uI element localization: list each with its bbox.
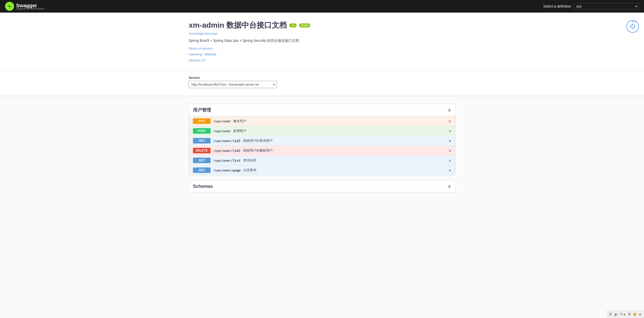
info-section: xm-admin 数据中台接口文档 1.0 OAS3 /xm/v3/api-do… bbox=[0, 13, 644, 71]
schemas-section: Schemas ∧ bbox=[189, 180, 455, 192]
user-management-section: 用户管理 ∧ PUT/sys/user修改用户∨POST/sys/user新增用… bbox=[189, 104, 455, 175]
version-badge: 1.0 bbox=[289, 23, 297, 27]
endpoint-chevron-icon-5: ∨ bbox=[449, 168, 451, 172]
servers-label: Servers bbox=[189, 76, 455, 80]
brand-subtitle: Supported by SMARTBEAR bbox=[16, 8, 44, 10]
schemas-chevron-icon: ∧ bbox=[448, 184, 451, 189]
endpoint-path-3: /sys/user/{id} bbox=[213, 149, 241, 153]
endpoint-path-5: /sys/user/page bbox=[213, 168, 241, 172]
definition-label: Select a definition bbox=[543, 4, 571, 8]
schemas-header[interactable]: Schemas ∧ bbox=[189, 181, 455, 192]
svg-point-1 bbox=[9, 6, 10, 7]
website-link[interactable]: xiaoming - Website bbox=[189, 51, 455, 57]
endpoint-chevron-icon-3: ∨ bbox=[449, 149, 451, 153]
method-badge-3: DELETE bbox=[193, 148, 211, 153]
settings-icon[interactable]: ⚙ bbox=[639, 313, 641, 316]
method-badge-4: GET bbox=[193, 158, 211, 163]
navbar: Swagger Supported by SMARTBEAR Select a … bbox=[0, 0, 644, 13]
emoji-icon[interactable]: 😊 bbox=[633, 313, 637, 316]
api-description: Spring Boot3 + Spring Data Jpa + Spring … bbox=[189, 39, 455, 43]
input-method-icon[interactable]: 中▲ bbox=[620, 312, 626, 316]
endpoint-path-0: /sys/user bbox=[213, 119, 231, 123]
endpoint-chevron-icon-4: ∨ bbox=[449, 158, 451, 162]
endpoint-row-3[interactable]: DELETE/sys/user/{id}根据用户ID删除用户∨ bbox=[189, 146, 455, 156]
endpoint-chevron-icon-0: ∨ bbox=[449, 119, 451, 123]
method-badge-1: POST bbox=[193, 128, 211, 134]
endpoint-path-4: /sys/user/list bbox=[213, 159, 241, 162]
api-sections: 用户管理 ∧ PUT/sys/user修改用户∨POST/sys/user新增用… bbox=[184, 104, 460, 202]
endpoint-desc-5: 分页查询 bbox=[243, 168, 446, 172]
endpoint-row-1[interactable]: POST/sys/user新增用户∨ bbox=[189, 126, 455, 136]
svg-line-5 bbox=[634, 21, 635, 23]
swagger-logo-icon bbox=[5, 2, 14, 11]
terms-of-service-link[interactable]: Terms of service bbox=[189, 46, 455, 51]
endpoint-desc-4: 查询全部 bbox=[243, 158, 446, 163]
sound-icon[interactable]: 🔊 bbox=[614, 313, 618, 316]
servers-select[interactable]: http://localhost:9527/xm - Generated ser… bbox=[189, 81, 277, 88]
user-section-chevron-icon: ∧ bbox=[448, 107, 451, 113]
user-section-title: 用户管理 bbox=[193, 107, 211, 113]
endpoint-row-0[interactable]: PUT/sys/user修改用户∨ bbox=[189, 116, 455, 126]
user-section-header[interactable]: 用户管理 ∧ bbox=[189, 104, 455, 116]
definition-selector: Select a definition sys bbox=[543, 3, 639, 10]
navbar-logo: Swagger Supported by SMARTBEAR bbox=[5, 2, 44, 11]
method-badge-0: PUT bbox=[193, 118, 211, 124]
method-badge-2: GET bbox=[193, 138, 211, 144]
oas-badge: OAS3 bbox=[299, 23, 310, 27]
endpoint-desc-3: 根据用户ID删除用户 bbox=[243, 148, 446, 153]
endpoint-chevron-icon-1: ∨ bbox=[449, 129, 451, 133]
schemas-title: Schemas bbox=[193, 184, 213, 189]
endpoint-desc-1: 新增用户 bbox=[233, 129, 446, 133]
endpoint-path-2: /sys/user/{id} bbox=[213, 139, 241, 143]
bottom-bar: 英 🔊 中▲ 简 😊 ⚙ bbox=[607, 310, 644, 318]
endpoint-desc-0: 修改用户 bbox=[233, 119, 446, 123]
api-title: xm-admin 数据中台接口文档 bbox=[189, 20, 287, 30]
license-link[interactable]: Apache 2.0 bbox=[189, 57, 455, 63]
method-badge-5: GET bbox=[193, 167, 211, 173]
api-title-row: xm-admin 数据中台接口文档 1.0 OAS3 bbox=[189, 20, 455, 30]
servers-section: Servers http://localhost:9527/xm - Gener… bbox=[0, 71, 644, 96]
endpoint-path-1: /sys/user bbox=[213, 129, 231, 133]
endpoint-row-4[interactable]: GET/sys/user/list查询全部∨ bbox=[189, 156, 455, 165]
endpoint-row-5[interactable]: GET/sys/user/page分页查询∨ bbox=[189, 165, 455, 175]
api-links: Terms of service xiaoming - Website Apac… bbox=[189, 46, 455, 63]
endpoint-chevron-icon-2: ∨ bbox=[449, 139, 451, 143]
endpoints-container: PUT/sys/user修改用户∨POST/sys/user新增用户∨GET/s… bbox=[189, 116, 455, 175]
simplified-icon[interactable]: 简 bbox=[628, 312, 631, 316]
lang-en[interactable]: 英 bbox=[609, 312, 612, 316]
api-url-link[interactable]: /xm/v3/api-docs/sys bbox=[189, 32, 455, 36]
toc-icon bbox=[626, 20, 639, 33]
endpoint-row-2[interactable]: GET/sys/user/{id}根据用户ID查询用户∨ bbox=[189, 136, 455, 146]
definition-select[interactable]: sys bbox=[574, 3, 639, 10]
endpoint-desc-2: 根据用户ID查询用户 bbox=[243, 138, 446, 143]
